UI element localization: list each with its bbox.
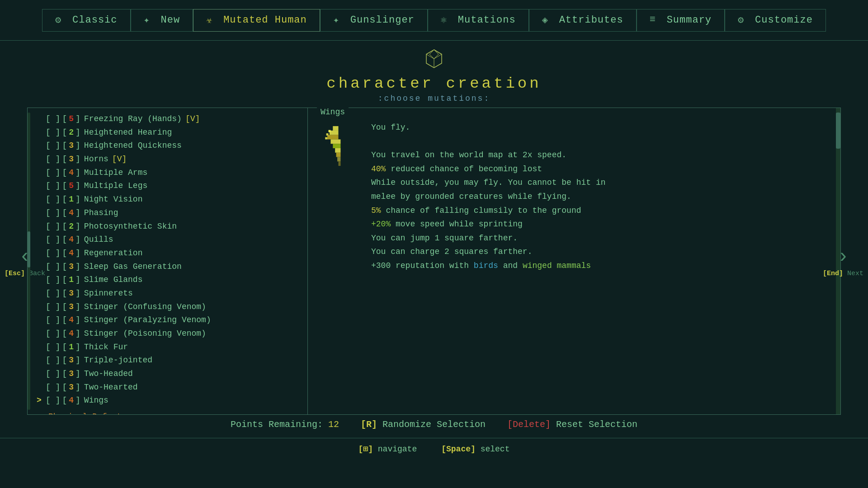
page-subtitle: :choose mutations: [0,94,868,103]
mutations-icon: ⚛ [441,14,453,27]
mutation-item[interactable]: [ ][4]Multiple Arms [37,166,307,180]
navigate-key: [⊞] [359,445,373,454]
mutation-item[interactable]: [ ][1]Thick Fur [37,341,307,354]
desc-line-8: +20% move speed while sprinting [371,217,605,231]
selection-arrow [37,206,44,220]
top-navigation: ⚙ Classic ✦ New ☣ Mutated Human ✦ Gunsli… [0,0,868,41]
wings-icon [321,123,358,273]
svg-rect-12 [337,157,340,162]
desc-line-5: While outside, you may fly. You cannot b… [371,176,605,190]
panel-title: Wings [317,108,349,117]
mutation-item[interactable]: [ ][4]Regeneration [37,247,307,260]
mutation-list-panel: [ ][5]Freezing Ray (Hands)[V] [ ][2]Heig… [27,108,307,415]
selection-arrow [37,367,44,381]
select-label: select [481,445,510,454]
summary-icon: ≡ [650,14,662,27]
selection-arrow [37,113,44,126]
selection-arrow [37,247,44,260]
classic-icon: ⚙ [55,14,68,27]
mutation-item[interactable]: [ ][2]Photosynthetic Skin [37,220,307,234]
mutation-item[interactable]: [ ][3]Sleep Gas Generation [37,260,307,274]
description-content: You fly. You travel on the world map at … [308,108,840,286]
selection-arrow [37,300,44,314]
selection-arrow [37,273,44,287]
mutation-item[interactable]: [ ][1]Slime Glands [37,273,307,287]
mutation-item[interactable]: [ ][5]Freezing Ray (Hands)[V] [37,113,307,126]
nav-next[interactable]: › [End] Next [823,245,863,277]
header-icon [0,49,868,73]
selection-arrow: > [37,394,44,408]
attributes-icon: ◈ [542,14,555,27]
desc-line-3: You travel on the world map at 2x speed. [371,148,605,162]
selection-arrow [37,139,44,153]
svg-rect-7 [327,135,338,140]
randomize-label: Randomize Selection [382,419,486,430]
mutation-item[interactable]: [ ][5]Multiple Legs [37,179,307,193]
mutation-item[interactable]: >[ ][4]Wings [37,394,307,408]
selection-arrow [37,327,44,341]
mutation-item[interactable]: [ ][4]Quills [37,233,307,247]
desc-mammals: winged mammals [523,261,591,270]
desc-line-10: You can charge 2 squares farther. [371,245,605,259]
mutated-human-icon: ☣ [206,14,219,27]
nav-classic[interactable]: ⚙ Classic [42,9,130,32]
mutation-item[interactable]: [ ][2]Heightened Hearing [37,126,307,140]
mutation-item[interactable]: [ ][3]Two-Hearted [37,381,307,394]
selection-arrow [37,126,44,140]
mutation-item[interactable]: [ ][4]Stinger (Paralyzing Venom) [37,314,307,327]
nav-customize[interactable]: ⚙ Customize [725,9,826,32]
nav-customize-label: Customize [755,14,813,26]
right-arrow-icon[interactable]: › [823,245,863,268]
right-scroll-thumb[interactable] [836,113,840,149]
selection-arrow [37,220,44,234]
points-remaining-label: Points Remaining: [231,419,323,430]
customize-icon: ⚙ [738,14,750,27]
selection-arrow [37,260,44,274]
mutation-item[interactable]: [ ][1]Night Vision [37,193,307,206]
nav-mutated-human[interactable]: ☣ Mutated Human [193,9,320,32]
nav-mutated-human-label: Mutated Human [223,14,307,26]
description-text: You fly. You travel on the world map at … [371,121,605,273]
desc-birds: birds [474,261,498,270]
selection-arrow [37,287,44,300]
mutation-item[interactable]: [ ][3]Two-Headed [37,367,307,381]
desc-line-4: 40% reduced chance of becoming lost [371,162,605,176]
footer-bar: [⊞] navigate [Space] select [0,438,868,459]
mutation-item[interactable]: [ ][3]Triple-jointed [37,354,307,367]
nav-attributes-label: Attributes [559,14,623,26]
nav-mutations[interactable]: ⚛ Mutations [428,9,529,32]
selection-arrow [37,381,44,394]
nav-new[interactable]: ✦ New [131,9,193,32]
desc-line-blank [371,135,605,149]
nav-new-label: New [161,14,180,26]
defects-section-header: Physical Defects [37,410,307,415]
nav-gunslinger[interactable]: ✦ Gunslinger [320,9,428,32]
navigate-label: navigate [378,445,417,454]
mutation-list: [ ][5]Freezing Ray (Hands)[V] [ ][2]Heig… [28,113,307,415]
nav-summary[interactable]: ≡ Summary [637,9,725,32]
selection-arrow [37,179,44,193]
svg-marker-1 [429,50,439,59]
reset-label: Reset Selection [556,419,637,430]
mutation-item[interactable]: [ ][4]Stinger (Poisoning Venom) [37,327,307,341]
mutation-item[interactable]: [ ][3]Spinnerets [37,287,307,300]
desc-20pct: +20% [371,220,391,229]
svg-rect-5 [333,126,338,131]
mutation-item[interactable]: [ ][3]Stinger (Confusing Venom) [37,300,307,314]
svg-rect-16 [329,130,331,132]
mutation-item[interactable]: [ ][4]Phasing [37,206,307,220]
svg-rect-11 [336,153,341,157]
desc-line-6: melee by grounded creatures while flying… [371,190,605,204]
svg-rect-15 [325,137,327,140]
mutation-item[interactable]: [ ][3]Horns[V] [37,153,307,166]
mutation-item[interactable]: [ ][3]Heightened Quickness [37,139,307,153]
points-bar: Points Remaining: 12 [R] Randomize Selec… [0,415,868,434]
nav-attributes[interactable]: ◈ Attributes [529,9,637,32]
nav-summary-label: Summary [667,14,712,26]
nav-gunslinger-label: Gunslinger [350,14,415,26]
select-key: [Space] [441,445,476,454]
desc-line-9: You can jump 1 square farther. [371,231,605,245]
svg-rect-13 [339,161,341,166]
desc-line-7: 5% chance of falling clumsily to the gro… [371,204,605,218]
gunslinger-icon: ✦ [333,14,346,27]
